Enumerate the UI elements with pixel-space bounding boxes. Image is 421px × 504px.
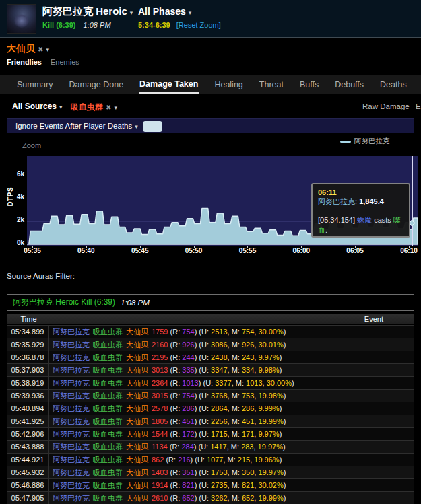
- report-header: 阿努巴拉克 Heroic▾ Kill (6:39) 1:08 PM All Ph…: [0, 0, 421, 38]
- event-source-link[interactable]: 阿努巴拉克: [53, 404, 90, 412]
- event-source-link[interactable]: 阿努巴拉克: [53, 494, 90, 502]
- x-tick-mark: [355, 246, 356, 248]
- event-target-link[interactable]: 大仙贝: [126, 443, 148, 451]
- friendlies-toggle[interactable]: Friendlies: [7, 58, 42, 66]
- event-ability-link[interactable]: 吸血虫群: [93, 379, 123, 387]
- event-text: , M:: [228, 494, 242, 502]
- x-tick-mark: [247, 246, 248, 248]
- event-target-link[interactable]: 大仙贝: [126, 494, 148, 502]
- event-source-link[interactable]: 阿努巴拉克: [53, 392, 90, 400]
- event-description: 阿努巴拉克吸血虫群大仙贝1759 (R: 754) (U: 2513, M: 7…: [49, 327, 286, 337]
- close-icon[interactable]: ✖: [106, 104, 111, 111]
- tab-damage-done[interactable]: Damage Done: [68, 76, 124, 93]
- tab-deaths[interactable]: Deaths: [379, 76, 408, 93]
- event-ability-link[interactable]: 吸血虫群: [93, 481, 123, 489]
- tab-debuffs[interactable]: Debuffs: [334, 76, 364, 93]
- event-text: (R:: [168, 328, 182, 336]
- event-unmitigated: 2256: [211, 417, 227, 425]
- event-mitigated: 753: [242, 392, 254, 400]
- event-source-link[interactable]: 阿努巴拉克: [53, 468, 90, 476]
- event-mitigated: 926: [242, 340, 254, 349]
- event-source-link[interactable]: 阿努巴拉克: [53, 328, 90, 336]
- event-unmitigated: 1715: [211, 430, 227, 438]
- event-source-link[interactable]: 阿努巴拉克: [53, 340, 90, 349]
- ignore-deaths-toggle[interactable]: [143, 121, 162, 132]
- boss-icon[interactable]: [7, 4, 36, 34]
- event-ability-link[interactable]: 吸血虫群: [93, 328, 123, 336]
- table-row: 05:42.906阿努巴拉克吸血虫群大仙贝1544 (R: 172) (U: 1…: [7, 427, 414, 440]
- event-percent: 19.96%: [254, 456, 279, 464]
- event-target-link[interactable]: 大仙贝: [126, 328, 148, 336]
- event-source-link[interactable]: 阿努巴拉克: [53, 353, 90, 361]
- event-target-link[interactable]: 大仙贝: [126, 417, 148, 425]
- event-ability-link[interactable]: 吸血虫群: [93, 366, 123, 374]
- ability-filter-chip[interactable]: 吸血虫群✖▾: [71, 102, 117, 113]
- event-target-link[interactable]: 大仙贝: [126, 430, 148, 438]
- event-text: ) (U:: [195, 468, 211, 476]
- event-resisted: 451: [182, 417, 194, 425]
- event-target-link[interactable]: 大仙贝: [126, 481, 148, 489]
- event-source-link[interactable]: 阿努巴拉克: [53, 430, 90, 438]
- event-ability-link[interactable]: 吸血虫群: [93, 443, 123, 451]
- event-ability-link[interactable]: 吸血虫群: [93, 494, 123, 502]
- all-sources-dropdown[interactable]: All Sources▾: [12, 102, 63, 111]
- event-ability-link[interactable]: 吸血虫群: [93, 340, 123, 349]
- event-description: 阿努巴拉克吸血虫群大仙贝2578 (R: 286) (U: 2864, M: 2…: [49, 404, 282, 414]
- x-tick-mark: [194, 246, 195, 248]
- event-target-link[interactable]: 大仙贝: [126, 404, 148, 412]
- event-target-link[interactable]: 大仙贝: [126, 366, 148, 374]
- x-tick-label: 05:50: [185, 247, 203, 254]
- table-row: 05:35.929阿努巴拉克吸血虫群大仙贝2160 (R: 926) (U: 3…: [7, 338, 414, 351]
- event-source-link[interactable]: 阿努巴拉克: [53, 456, 90, 464]
- event-text: (R:: [168, 430, 182, 438]
- raw-damage-link[interactable]: Raw Damage: [362, 102, 410, 110]
- event-description: 阿努巴拉克吸血虫群大仙贝2364 (R: 1013) (U: 3377, M: …: [49, 378, 294, 388]
- tab-healing[interactable]: Healing: [214, 76, 243, 93]
- table-row: 05:39.936阿努巴拉克吸血虫群大仙贝3015 (R: 754) (U: 3…: [7, 389, 414, 402]
- event-source-link[interactable]: 阿努巴拉克: [53, 481, 90, 489]
- event-time: 05:39.936: [7, 390, 49, 402]
- event-ability-link[interactable]: 吸血虫群: [93, 430, 123, 438]
- event-source-link[interactable]: 阿努巴拉克: [53, 379, 90, 387]
- event-unmitigated: 3347: [211, 366, 227, 374]
- tab-summary[interactable]: Summary: [16, 76, 53, 93]
- event-target-link[interactable]: 大仙贝: [126, 353, 148, 361]
- event-target-link[interactable]: 大仙贝: [126, 340, 148, 349]
- event-ability-link[interactable]: 吸血虫群: [93, 417, 123, 425]
- reset-zoom-link[interactable]: [Reset Zoom]: [176, 21, 221, 29]
- ignore-deaths-dropdown[interactable]: Ignore Events After Player Deaths▾: [15, 122, 138, 130]
- truncated-link[interactable]: E: [416, 102, 421, 110]
- event-ability-link[interactable]: 吸血虫群: [93, 353, 123, 361]
- event-time: 05:46.886: [7, 479, 49, 492]
- tooltip-caster-link[interactable]: 蛛魔: [357, 216, 372, 224]
- x-tick-label: 05:55: [239, 247, 257, 254]
- tab-damage-taken[interactable]: Damage Taken: [139, 75, 199, 94]
- event-target-link[interactable]: 大仙贝: [126, 468, 148, 476]
- chart-legend[interactable]: 阿努巴拉克: [340, 137, 390, 146]
- event-ability-link[interactable]: 吸血虫群: [93, 468, 123, 476]
- event-ability-link[interactable]: 吸血虫群: [93, 456, 123, 464]
- event-ability-link[interactable]: 吸血虫群: [93, 404, 123, 412]
- tab-buffs[interactable]: Buffs: [299, 76, 319, 93]
- zoom-label: Zoom: [22, 141, 41, 149]
- event-text: ) (U:: [195, 494, 211, 502]
- phase-selector[interactable]: All Phases▾: [138, 6, 191, 17]
- event-source-link[interactable]: 阿努巴拉克: [53, 443, 90, 451]
- chevron-down-icon: ▾: [114, 104, 117, 111]
- column-header-time[interactable]: Time: [7, 315, 50, 323]
- event-source-link[interactable]: 阿努巴拉克: [53, 366, 90, 374]
- player-filter-chip[interactable]: 大仙贝✖▾: [7, 43, 49, 55]
- event-resisted: 1013: [182, 379, 198, 387]
- enemies-toggle[interactable]: Enemies: [51, 58, 79, 66]
- event-source-link[interactable]: 阿努巴拉克: [53, 417, 90, 425]
- event-target-link[interactable]: 大仙贝: [126, 456, 148, 464]
- tab-threat[interactable]: Threat: [259, 76, 284, 93]
- close-icon[interactable]: ✖: [38, 46, 43, 53]
- column-header-event[interactable]: Event: [50, 315, 414, 323]
- event-unmitigated: 1753: [211, 468, 227, 476]
- legend-line-icon: [340, 141, 351, 143]
- fight-selector[interactable]: 阿努巴拉克 Heroic▾: [42, 5, 133, 18]
- event-ability-link[interactable]: 吸血虫群: [93, 392, 123, 400]
- event-target-link[interactable]: 大仙贝: [126, 392, 148, 400]
- event-target-link[interactable]: 大仙贝: [126, 379, 148, 387]
